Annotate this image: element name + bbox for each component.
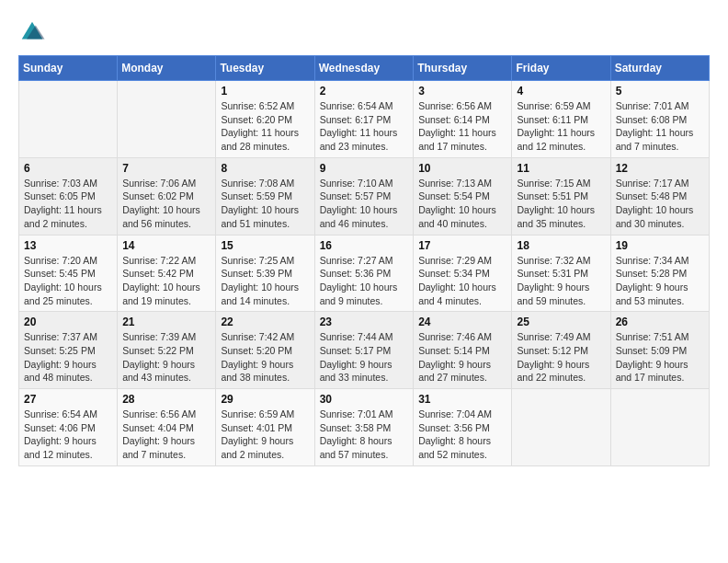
- day-number: 25: [517, 316, 605, 328]
- calendar-cell: 10Sunrise: 7:13 AM Sunset: 5:54 PM Dayli…: [414, 157, 512, 235]
- calendar-week-4: 20Sunrise: 7:37 AM Sunset: 5:25 PM Dayli…: [19, 312, 710, 389]
- day-number: 31: [418, 393, 506, 406]
- day-info: Sunrise: 7:15 AM Sunset: 5:51 PM Dayligh…: [517, 177, 605, 231]
- day-number: 13: [24, 239, 112, 252]
- day-number: 18: [517, 239, 605, 252]
- day-info: Sunrise: 7:46 AM Sunset: 5:14 PM Dayligh…: [418, 330, 506, 385]
- day-info: Sunrise: 7:22 AM Sunset: 5:42 PM Dayligh…: [122, 254, 210, 308]
- calendar-cell: 6Sunrise: 7:03 AM Sunset: 6:05 PM Daylig…: [19, 157, 118, 235]
- day-number: 16: [320, 239, 409, 252]
- calendar-cell: 8Sunrise: 7:08 AM Sunset: 5:59 PM Daylig…: [216, 157, 314, 235]
- day-info: Sunrise: 7:13 AM Sunset: 5:54 PM Dayligh…: [418, 177, 506, 231]
- calendar-cell: [512, 389, 610, 466]
- day-header-friday: Friday: [512, 56, 610, 81]
- day-info: Sunrise: 6:59 AM Sunset: 6:11 PM Dayligh…: [517, 99, 605, 154]
- day-info: Sunrise: 7:03 AM Sunset: 6:05 PM Dayligh…: [24, 177, 112, 231]
- day-number: 14: [122, 239, 210, 252]
- calendar-cell: 3Sunrise: 6:56 AM Sunset: 6:14 PM Daylig…: [414, 81, 512, 158]
- calendar-cell: 12Sunrise: 7:17 AM Sunset: 5:48 PM Dayli…: [610, 157, 709, 235]
- calendar-cell: [610, 389, 709, 466]
- day-info: Sunrise: 7:17 AM Sunset: 5:48 PM Dayligh…: [616, 177, 704, 231]
- day-header-thursday: Thursday: [414, 56, 512, 81]
- calendar: SundayMondayTuesdayWednesdayThursdayFrid…: [18, 55, 710, 466]
- calendar-cell: 30Sunrise: 7:01 AM Sunset: 3:58 PM Dayli…: [314, 389, 414, 466]
- day-info: Sunrise: 7:49 AM Sunset: 5:12 PM Dayligh…: [517, 330, 605, 385]
- calendar-cell: [118, 81, 216, 158]
- day-number: 15: [221, 239, 309, 252]
- calendar-week-2: 6Sunrise: 7:03 AM Sunset: 6:05 PM Daylig…: [19, 157, 710, 235]
- day-info: Sunrise: 6:52 AM Sunset: 6:20 PM Dayligh…: [221, 99, 309, 154]
- day-header-wednesday: Wednesday: [314, 56, 414, 81]
- calendar-cell: 29Sunrise: 6:59 AM Sunset: 4:01 PM Dayli…: [216, 389, 314, 466]
- day-info: Sunrise: 7:06 AM Sunset: 6:02 PM Dayligh…: [122, 177, 210, 231]
- calendar-cell: 31Sunrise: 7:04 AM Sunset: 3:56 PM Dayli…: [414, 389, 512, 466]
- calendar-week-3: 13Sunrise: 7:20 AM Sunset: 5:45 PM Dayli…: [19, 235, 710, 312]
- calendar-cell: 7Sunrise: 7:06 AM Sunset: 6:02 PM Daylig…: [118, 157, 216, 235]
- calendar-header-row: SundayMondayTuesdayWednesdayThursdayFrid…: [19, 56, 710, 81]
- day-number: 28: [122, 393, 210, 406]
- day-number: 27: [24, 393, 112, 406]
- day-number: 26: [616, 316, 704, 328]
- calendar-cell: 20Sunrise: 7:37 AM Sunset: 5:25 PM Dayli…: [19, 312, 118, 389]
- calendar-cell: 5Sunrise: 7:01 AM Sunset: 6:08 PM Daylig…: [610, 81, 709, 158]
- calendar-cell: 25Sunrise: 7:49 AM Sunset: 5:12 PM Dayli…: [512, 312, 610, 389]
- day-info: Sunrise: 7:34 AM Sunset: 5:28 PM Dayligh…: [616, 254, 704, 308]
- day-number: 9: [320, 162, 409, 175]
- day-info: Sunrise: 7:51 AM Sunset: 5:09 PM Dayligh…: [616, 330, 704, 385]
- day-header-tuesday: Tuesday: [216, 56, 314, 81]
- day-info: Sunrise: 7:04 AM Sunset: 3:56 PM Dayligh…: [418, 408, 506, 462]
- calendar-cell: 27Sunrise: 6:54 AM Sunset: 4:06 PM Dayli…: [19, 389, 118, 466]
- day-number: 20: [24, 316, 112, 328]
- calendar-cell: 17Sunrise: 7:29 AM Sunset: 5:34 PM Dayli…: [414, 235, 512, 312]
- day-number: 24: [418, 316, 506, 328]
- day-info: Sunrise: 7:37 AM Sunset: 5:25 PM Dayligh…: [24, 330, 112, 385]
- calendar-cell: 9Sunrise: 7:10 AM Sunset: 5:57 PM Daylig…: [314, 157, 414, 235]
- day-info: Sunrise: 6:54 AM Sunset: 4:06 PM Dayligh…: [24, 408, 112, 462]
- day-number: 6: [24, 162, 112, 175]
- calendar-cell: 14Sunrise: 7:22 AM Sunset: 5:42 PM Dayli…: [118, 235, 216, 312]
- calendar-cell: 19Sunrise: 7:34 AM Sunset: 5:28 PM Dayli…: [610, 235, 709, 312]
- day-number: 22: [221, 316, 309, 328]
- day-number: 1: [221, 85, 309, 98]
- calendar-cell: 13Sunrise: 7:20 AM Sunset: 5:45 PM Dayli…: [19, 235, 118, 312]
- calendar-cell: 24Sunrise: 7:46 AM Sunset: 5:14 PM Dayli…: [414, 312, 512, 389]
- day-info: Sunrise: 7:42 AM Sunset: 5:20 PM Dayligh…: [221, 330, 309, 385]
- calendar-cell: 22Sunrise: 7:42 AM Sunset: 5:20 PM Dayli…: [216, 312, 314, 389]
- day-info: Sunrise: 7:39 AM Sunset: 5:22 PM Dayligh…: [122, 330, 210, 385]
- calendar-week-5: 27Sunrise: 6:54 AM Sunset: 4:06 PM Dayli…: [19, 389, 710, 466]
- day-number: 3: [418, 85, 506, 98]
- day-info: Sunrise: 7:20 AM Sunset: 5:45 PM Dayligh…: [24, 254, 112, 308]
- day-number: 8: [221, 162, 309, 175]
- day-info: Sunrise: 7:29 AM Sunset: 5:34 PM Dayligh…: [418, 254, 506, 308]
- calendar-week-1: 1Sunrise: 6:52 AM Sunset: 6:20 PM Daylig…: [19, 81, 710, 158]
- calendar-cell: 2Sunrise: 6:54 AM Sunset: 6:17 PM Daylig…: [314, 81, 414, 158]
- calendar-cell: [19, 81, 118, 158]
- calendar-cell: 4Sunrise: 6:59 AM Sunset: 6:11 PM Daylig…: [512, 81, 610, 158]
- day-number: 30: [320, 393, 409, 406]
- day-info: Sunrise: 7:10 AM Sunset: 5:57 PM Dayligh…: [320, 177, 409, 231]
- day-info: Sunrise: 7:01 AM Sunset: 6:08 PM Dayligh…: [616, 99, 704, 154]
- logo: [18, 18, 48, 46]
- calendar-cell: 26Sunrise: 7:51 AM Sunset: 5:09 PM Dayli…: [610, 312, 709, 389]
- day-info: Sunrise: 6:59 AM Sunset: 4:01 PM Dayligh…: [221, 408, 309, 462]
- calendar-cell: 21Sunrise: 7:39 AM Sunset: 5:22 PM Dayli…: [118, 312, 216, 389]
- day-number: 5: [616, 85, 704, 98]
- calendar-cell: 28Sunrise: 6:56 AM Sunset: 4:04 PM Dayli…: [118, 389, 216, 466]
- day-info: Sunrise: 7:01 AM Sunset: 3:58 PM Dayligh…: [320, 408, 409, 462]
- day-info: Sunrise: 7:32 AM Sunset: 5:31 PM Dayligh…: [517, 254, 605, 308]
- header: [18, 18, 710, 46]
- day-info: Sunrise: 7:44 AM Sunset: 5:17 PM Dayligh…: [320, 330, 409, 385]
- day-number: 11: [517, 162, 605, 175]
- day-number: 4: [517, 85, 605, 98]
- calendar-cell: 1Sunrise: 6:52 AM Sunset: 6:20 PM Daylig…: [216, 81, 314, 158]
- day-info: Sunrise: 7:08 AM Sunset: 5:59 PM Dayligh…: [221, 177, 309, 231]
- day-info: Sunrise: 7:27 AM Sunset: 5:36 PM Dayligh…: [320, 254, 409, 308]
- calendar-cell: 16Sunrise: 7:27 AM Sunset: 5:36 PM Dayli…: [314, 235, 414, 312]
- day-number: 12: [616, 162, 704, 175]
- calendar-cell: 11Sunrise: 7:15 AM Sunset: 5:51 PM Dayli…: [512, 157, 610, 235]
- day-number: 19: [616, 239, 704, 252]
- logo-icon: [18, 18, 46, 46]
- page: SundayMondayTuesdayWednesdayThursdayFrid…: [0, 0, 728, 476]
- day-info: Sunrise: 6:56 AM Sunset: 6:14 PM Dayligh…: [418, 99, 506, 154]
- day-info: Sunrise: 6:54 AM Sunset: 6:17 PM Dayligh…: [320, 99, 409, 154]
